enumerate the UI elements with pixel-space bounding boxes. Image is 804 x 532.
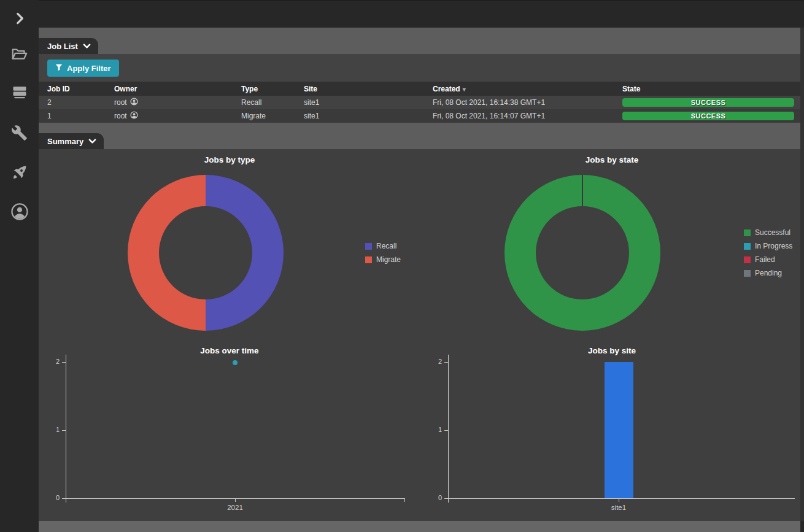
- column-header-type[interactable]: Type: [241, 85, 304, 93]
- legend-label: Migrate: [376, 255, 401, 264]
- legend-swatch: [744, 256, 751, 263]
- legend-jobs-by-state-item[interactable]: Successful: [744, 226, 790, 239]
- filter-toolbar: Apply Filter: [39, 54, 800, 82]
- legend-jobs-by-state-item[interactable]: Pending: [744, 266, 782, 280]
- jobs-by-site-x-tick-label: site1: [594, 504, 643, 511]
- jobs-by-site-y-tick-label: 0: [427, 494, 442, 501]
- job-list-tab-label: Job List: [47, 42, 78, 51]
- chevron-right-icon: [12, 10, 28, 26]
- cell-site: site1: [304, 98, 433, 107]
- jobs-over-time-x-tick: [235, 498, 236, 502]
- jobs-over-time-y-tick-label: 0: [45, 494, 60, 501]
- legend-jobs-by-type-item[interactable]: Recall: [365, 239, 396, 253]
- legend-jobs-by-state-item[interactable]: In Progress: [744, 239, 792, 253]
- cell-job-id: 2: [47, 98, 114, 107]
- jobs-by-site-y-tick-label: 2: [427, 358, 442, 365]
- summary-header-band: Summary: [39, 123, 800, 149]
- jobs-over-time-y-tick: [62, 362, 66, 363]
- server-stack-icon: [11, 83, 28, 101]
- legend-label: Successful: [755, 228, 790, 237]
- legend-swatch: [365, 243, 372, 250]
- jobs-over-time-point[interactable]: [233, 360, 238, 365]
- tab-job-list[interactable]: Job List: [39, 38, 98, 54]
- jobs-by-site-x-tick: [619, 498, 619, 502]
- cell-site: site1: [304, 112, 433, 120]
- legend-swatch: [744, 270, 751, 277]
- jobs-by-site-x-axis: [448, 498, 795, 499]
- jobs-by-site-bar[interactable]: [605, 362, 633, 498]
- user-icon: [130, 98, 138, 107]
- job-list-header-band: Job List: [39, 28, 800, 54]
- footer-band: [39, 521, 800, 532]
- scrollbar-track[interactable]: [800, 28, 804, 521]
- sidebar-item-tools[interactable]: [0, 125, 39, 141]
- sidebar-expand-button[interactable]: [0, 10, 39, 26]
- column-header-created[interactable]: Created▾: [433, 85, 622, 93]
- sidebar: [0, 0, 39, 532]
- jobs-over-time-x-tick-label: 2021: [211, 504, 260, 511]
- donut-jobs-by-type-hole: [159, 206, 252, 299]
- app-window: Job List Apply Filter Job ID Owner Type …: [0, 0, 804, 532]
- column-header-site[interactable]: Site: [304, 85, 433, 93]
- column-header-owner[interactable]: Owner: [114, 85, 241, 93]
- jobs-by-site-y-tick-label: 1: [427, 426, 442, 433]
- topbar: [39, 0, 804, 28]
- status-badge: SUCCESS: [622, 112, 794, 120]
- sidebar-item-servers[interactable]: [0, 83, 39, 101]
- table-row[interactable]: 2 root Recall site1 Fri, 08 Oct 2021, 16…: [39, 96, 800, 109]
- column-header-job-id[interactable]: Job ID: [47, 85, 114, 93]
- cell-created: Fri, 08 Oct 2021, 16:14:38 GMT+1: [433, 98, 622, 107]
- wrench-icon: [11, 125, 28, 141]
- jobs-over-time-y-axis: [66, 355, 66, 503]
- job-table-header: Job ID Owner Type Site Created▾ State: [39, 82, 800, 96]
- folder-open-icon: [10, 45, 29, 63]
- status-badge: SUCCESS: [622, 98, 794, 107]
- jobs-over-time-x-end-tick: [404, 498, 405, 502]
- sort-desc-icon: ▾: [463, 86, 466, 93]
- jobs-by-site-y-tick: [444, 362, 448, 363]
- apply-filter-button[interactable]: Apply Filter: [47, 60, 119, 77]
- cell-owner: root: [114, 111, 241, 121]
- donut-jobs-by-state-seam: [582, 175, 583, 207]
- cell-created: Fri, 08 Oct 2021, 16:14:07 GMT+1: [433, 112, 622, 120]
- summary-canvas: Jobs by type Jobs by state Jobs over tim…: [39, 149, 800, 521]
- donut-jobs-by-state-hole: [536, 206, 629, 299]
- cell-owner: root: [114, 98, 241, 107]
- user-circle-icon: [10, 202, 29, 222]
- legend-label: In Progress: [755, 242, 792, 250]
- chevron-down-icon: [88, 136, 96, 147]
- chart-title-jobs-by-type: Jobs by type: [137, 155, 322, 164]
- rocket-icon: [11, 164, 28, 181]
- user-icon: [130, 111, 138, 121]
- legend-jobs-by-state-item[interactable]: Failed: [744, 253, 775, 266]
- legend-jobs-by-type-item[interactable]: Migrate: [365, 253, 401, 266]
- jobs-by-site-y-axis: [448, 355, 449, 503]
- sidebar-item-jobs[interactable]: [0, 164, 39, 181]
- summary-tab-label: Summary: [47, 137, 83, 146]
- sidebar-item-files[interactable]: [0, 45, 39, 63]
- legend-swatch: [744, 243, 751, 250]
- column-header-state[interactable]: State: [622, 85, 800, 93]
- cell-type: Migrate: [241, 112, 304, 120]
- filter-funnel-icon: [55, 64, 63, 73]
- jobs-over-time-y-tick-label: 1: [45, 426, 60, 433]
- cell-type: Recall: [241, 98, 304, 107]
- jobs-over-time-y-tick: [62, 430, 66, 431]
- chart-title-jobs-over-time: Jobs over time: [137, 346, 322, 355]
- chevron-down-icon: [83, 40, 91, 52]
- legend-label: Pending: [755, 269, 782, 277]
- legend-label: Recall: [376, 242, 396, 250]
- chart-title-jobs-by-site: Jobs by site: [520, 346, 704, 355]
- legend-swatch: [365, 256, 372, 263]
- legend-swatch: [744, 229, 751, 236]
- cell-job-id: 1: [47, 112, 114, 120]
- chart-title-jobs-by-state: Jobs by state: [520, 155, 704, 164]
- jobs-over-time-y-tick-label: 2: [45, 358, 60, 365]
- legend-label: Failed: [755, 255, 775, 264]
- sidebar-item-account[interactable]: [0, 202, 39, 222]
- tab-summary[interactable]: Summary: [39, 133, 104, 149]
- table-row[interactable]: 1 root Migrate site1 Fri, 08 Oct 2021, 1…: [39, 109, 800, 123]
- main-content: Job List Apply Filter Job ID Owner Type …: [39, 28, 800, 532]
- jobs-by-site-y-tick: [444, 430, 448, 431]
